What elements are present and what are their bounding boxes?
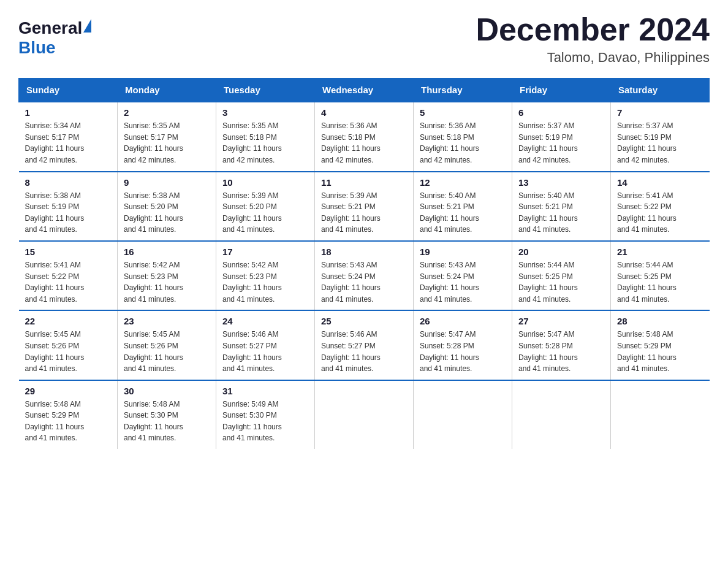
col-friday: Friday (512, 79, 611, 102)
table-row (414, 380, 512, 449)
day-info: Sunrise: 5:48 AM Sunset: 5:29 PM Dayligh… (25, 400, 85, 443)
table-row (611, 380, 710, 449)
title-block: December 2024 Talomo, Davao, Philippines (476, 12, 710, 66)
table-row: 23 Sunrise: 5:45 AM Sunset: 5:26 PM Dayl… (118, 310, 216, 380)
col-thursday: Thursday (414, 79, 512, 102)
table-row: 2 Sunrise: 5:35 AM Sunset: 5:17 PM Dayli… (118, 102, 216, 171)
day-number: 24 (222, 316, 308, 326)
day-number: 11 (321, 177, 407, 188)
table-row: 20 Sunrise: 5:44 AM Sunset: 5:25 PM Dayl… (512, 241, 611, 310)
day-number: 29 (25, 386, 112, 396)
logo-triangle-icon (83, 19, 91, 33)
day-number: 13 (518, 177, 604, 188)
table-row: 29 Sunrise: 5:48 AM Sunset: 5:29 PM Dayl… (19, 380, 118, 449)
day-info: Sunrise: 5:41 AM Sunset: 5:22 PM Dayligh… (617, 191, 677, 234)
table-row: 15 Sunrise: 5:41 AM Sunset: 5:22 PM Dayl… (19, 241, 118, 310)
table-row: 6 Sunrise: 5:37 AM Sunset: 5:19 PM Dayli… (512, 102, 611, 171)
day-number: 9 (124, 177, 210, 188)
table-row: 12 Sunrise: 5:40 AM Sunset: 5:21 PM Dayl… (414, 172, 512, 241)
day-info: Sunrise: 5:36 AM Sunset: 5:18 PM Dayligh… (420, 121, 479, 164)
day-info: Sunrise: 5:46 AM Sunset: 5:27 PM Dayligh… (321, 330, 381, 373)
day-info: Sunrise: 5:35 AM Sunset: 5:17 PM Dayligh… (124, 121, 183, 164)
table-row: 18 Sunrise: 5:43 AM Sunset: 5:24 PM Dayl… (315, 241, 414, 310)
day-number: 28 (617, 316, 703, 326)
day-info: Sunrise: 5:43 AM Sunset: 5:24 PM Dayligh… (420, 261, 479, 304)
table-row: 5 Sunrise: 5:36 AM Sunset: 5:18 PM Dayli… (414, 102, 512, 171)
table-row: 30 Sunrise: 5:48 AM Sunset: 5:30 PM Dayl… (118, 380, 216, 449)
day-info: Sunrise: 5:38 AM Sunset: 5:20 PM Dayligh… (124, 191, 183, 234)
day-number: 27 (518, 316, 604, 326)
day-info: Sunrise: 5:38 AM Sunset: 5:19 PM Dayligh… (25, 191, 85, 234)
day-number: 1 (25, 107, 112, 118)
table-row (315, 380, 414, 449)
logo-blue: Blue (18, 38, 56, 57)
day-info: Sunrise: 5:47 AM Sunset: 5:28 PM Dayligh… (420, 330, 479, 373)
table-row: 8 Sunrise: 5:38 AM Sunset: 5:19 PM Dayli… (19, 172, 118, 241)
table-row: 14 Sunrise: 5:41 AM Sunset: 5:22 PM Dayl… (611, 172, 710, 241)
table-row: 25 Sunrise: 5:46 AM Sunset: 5:27 PM Dayl… (315, 310, 414, 380)
calendar-week-row: 8 Sunrise: 5:38 AM Sunset: 5:19 PM Dayli… (19, 172, 710, 241)
table-row: 4 Sunrise: 5:36 AM Sunset: 5:18 PM Dayli… (315, 102, 414, 171)
col-wednesday: Wednesday (315, 79, 414, 102)
table-row: 28 Sunrise: 5:48 AM Sunset: 5:29 PM Dayl… (611, 310, 710, 380)
day-info: Sunrise: 5:49 AM Sunset: 5:30 PM Dayligh… (222, 400, 282, 443)
calendar-week-row: 1 Sunrise: 5:34 AM Sunset: 5:17 PM Dayli… (19, 102, 710, 171)
day-number: 5 (420, 107, 506, 118)
table-row: 21 Sunrise: 5:44 AM Sunset: 5:25 PM Dayl… (611, 241, 710, 310)
day-info: Sunrise: 5:45 AM Sunset: 5:26 PM Dayligh… (124, 330, 183, 373)
day-number: 4 (321, 107, 407, 118)
day-number: 20 (518, 247, 604, 257)
table-row: 31 Sunrise: 5:49 AM Sunset: 5:30 PM Dayl… (216, 380, 315, 449)
day-info: Sunrise: 5:37 AM Sunset: 5:19 PM Dayligh… (518, 121, 578, 164)
day-info: Sunrise: 5:43 AM Sunset: 5:24 PM Dayligh… (321, 261, 381, 304)
logo-general: General (18, 18, 82, 37)
day-info: Sunrise: 5:40 AM Sunset: 5:21 PM Dayligh… (420, 191, 479, 234)
table-row: 11 Sunrise: 5:39 AM Sunset: 5:21 PM Dayl… (315, 172, 414, 241)
day-number: 10 (222, 177, 308, 188)
day-info: Sunrise: 5:42 AM Sunset: 5:23 PM Dayligh… (124, 261, 183, 304)
day-info: Sunrise: 5:35 AM Sunset: 5:18 PM Dayligh… (222, 121, 282, 164)
day-info: Sunrise: 5:44 AM Sunset: 5:25 PM Dayligh… (518, 261, 578, 304)
day-number: 21 (617, 247, 703, 257)
day-info: Sunrise: 5:37 AM Sunset: 5:19 PM Dayligh… (617, 121, 677, 164)
logo-text: General Blue (18, 18, 91, 58)
day-info: Sunrise: 5:39 AM Sunset: 5:21 PM Dayligh… (321, 191, 381, 234)
day-number: 30 (124, 386, 210, 396)
day-info: Sunrise: 5:40 AM Sunset: 5:21 PM Dayligh… (518, 191, 578, 234)
day-info: Sunrise: 5:36 AM Sunset: 5:18 PM Dayligh… (321, 121, 381, 164)
table-row: 26 Sunrise: 5:47 AM Sunset: 5:28 PM Dayl… (414, 310, 512, 380)
day-info: Sunrise: 5:47 AM Sunset: 5:28 PM Dayligh… (518, 330, 578, 373)
logo: General Blue (18, 18, 91, 58)
day-number: 22 (25, 316, 112, 326)
table-row: 1 Sunrise: 5:34 AM Sunset: 5:17 PM Dayli… (19, 102, 118, 171)
day-info: Sunrise: 5:42 AM Sunset: 5:23 PM Dayligh… (222, 261, 282, 304)
col-sunday: Sunday (19, 79, 118, 102)
day-info: Sunrise: 5:41 AM Sunset: 5:22 PM Dayligh… (25, 261, 85, 304)
location-title: Talomo, Davao, Philippines (476, 50, 710, 66)
day-info: Sunrise: 5:46 AM Sunset: 5:27 PM Dayligh… (222, 330, 282, 373)
day-number: 18 (321, 247, 407, 257)
table-row: 16 Sunrise: 5:42 AM Sunset: 5:23 PM Dayl… (118, 241, 216, 310)
day-info: Sunrise: 5:44 AM Sunset: 5:25 PM Dayligh… (617, 261, 677, 304)
calendar-week-row: 29 Sunrise: 5:48 AM Sunset: 5:29 PM Dayl… (19, 380, 710, 449)
day-info: Sunrise: 5:34 AM Sunset: 5:17 PM Dayligh… (25, 121, 85, 164)
day-number: 2 (124, 107, 210, 118)
page-header: General Blue December 2024 Talomo, Davao… (18, 12, 710, 66)
calendar-table: Sunday Monday Tuesday Wednesday Thursday… (18, 78, 710, 449)
day-number: 16 (124, 247, 210, 257)
day-info: Sunrise: 5:48 AM Sunset: 5:30 PM Dayligh… (124, 400, 183, 443)
table-row: 13 Sunrise: 5:40 AM Sunset: 5:21 PM Dayl… (512, 172, 611, 241)
day-info: Sunrise: 5:45 AM Sunset: 5:26 PM Dayligh… (25, 330, 85, 373)
calendar-week-row: 15 Sunrise: 5:41 AM Sunset: 5:22 PM Dayl… (19, 241, 710, 310)
calendar-header-row: Sunday Monday Tuesday Wednesday Thursday… (19, 79, 710, 102)
day-number: 17 (222, 247, 308, 257)
day-number: 31 (222, 386, 308, 396)
table-row: 22 Sunrise: 5:45 AM Sunset: 5:26 PM Dayl… (19, 310, 118, 380)
table-row: 7 Sunrise: 5:37 AM Sunset: 5:19 PM Dayli… (611, 102, 710, 171)
day-number: 14 (617, 177, 703, 188)
table-row: 24 Sunrise: 5:46 AM Sunset: 5:27 PM Dayl… (216, 310, 315, 380)
table-row: 10 Sunrise: 5:39 AM Sunset: 5:20 PM Dayl… (216, 172, 315, 241)
col-tuesday: Tuesday (216, 79, 315, 102)
day-number: 23 (124, 316, 210, 326)
day-number: 25 (321, 316, 407, 326)
